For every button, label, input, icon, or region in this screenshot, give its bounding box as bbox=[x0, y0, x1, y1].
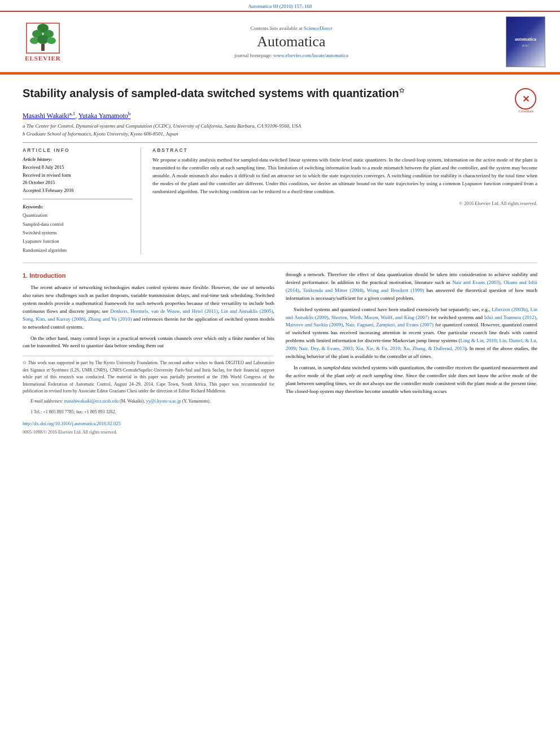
ref-ishii[interactable]: Ishii and Tsumura (2012) bbox=[484, 314, 536, 320]
ref-donkers[interactable]: Donkers, Heemels, van de Wouw, and Hetel… bbox=[110, 308, 218, 314]
keyword-2: Sampled-data control bbox=[23, 220, 133, 229]
keyword-4: Lyapunov function bbox=[23, 237, 133, 246]
crossmark-badge: ✕ CrossMark bbox=[515, 88, 537, 111]
abstract-column: ABSTRACT We propose a stability analysis… bbox=[152, 147, 537, 255]
keyword-1: Quantization bbox=[23, 211, 133, 220]
right-p2: Switched systems and quantized control h… bbox=[286, 306, 537, 361]
crossmark-label: CrossMark bbox=[515, 110, 537, 113]
elsevier-wordmark: ELSEVIER bbox=[25, 55, 61, 62]
journal-title: Automatica bbox=[77, 33, 506, 50]
abstract-text: We propose a stability analysis method f… bbox=[152, 156, 537, 196]
info-divider bbox=[23, 199, 133, 199]
footnote-star: ✩ This work was supported in part by The… bbox=[23, 360, 274, 395]
elsevier-header: ELSEVIER Contents lists available at Sci… bbox=[0, 12, 560, 72]
elsevier-logo: ELSEVIER bbox=[9, 23, 77, 62]
footnote-tel: 1 Tel.: +1 805 893 7785; fax: +1 805 893… bbox=[23, 409, 274, 416]
body-column-right: through a network. Therefore the effect … bbox=[286, 271, 537, 436]
doi-area: http://dx.doi.org/10.1016/j.automatica.2… bbox=[23, 420, 274, 427]
right-p3: In contrast, in sampled-data switched sy… bbox=[286, 364, 537, 396]
body-column-left: 1. Introduction The recent advance of ne… bbox=[23, 271, 274, 436]
ref-tatikonda[interactable]: Tatikonda and Mitter (2004) bbox=[303, 287, 363, 293]
email1-link[interactable]: masahiwakaiki@ece.ucsb.edu bbox=[64, 399, 119, 404]
ref-song[interactable]: Song, Kim, and Karray (2008) bbox=[23, 316, 85, 322]
article-title-block: Stability analysis of sampled-data switc… bbox=[23, 86, 404, 104]
keywords-label: Keywords: bbox=[23, 204, 133, 209]
info-abstract-row: ARTICLE INFO Article history: Received 8… bbox=[23, 147, 537, 255]
main-content: Stability analysis of sampled-data switc… bbox=[0, 75, 560, 448]
ref-shorten[interactable]: Shorten, Wirth, Mason, Wulff, and King (… bbox=[331, 314, 430, 320]
affiliation-a: a The Center for Control, Dynamical-syst… bbox=[23, 123, 537, 130]
intro-p1: The recent advance of networking technol… bbox=[23, 284, 274, 331]
article-history: Received 8 July 2015 Received in revised… bbox=[23, 164, 133, 194]
svg-point-5 bbox=[37, 35, 49, 44]
ref-ling[interactable]: Ling & Lin, 2010 bbox=[460, 338, 496, 343]
body-divider bbox=[23, 263, 537, 263]
accepted-date: Accepted 3 February 2016 bbox=[23, 187, 133, 195]
journal-center-header: Contents lists available at ScienceDirec… bbox=[77, 25, 506, 58]
ref-xia[interactable]: Xia, Xie, & Fu, 2010 bbox=[356, 346, 400, 351]
title-footnote-marker: ✩ bbox=[399, 87, 404, 94]
ref-xu[interactable]: Xu, Zhang, & Dullerud, 2013 bbox=[403, 346, 465, 351]
keywords-list: Quantization Sampled-data control Switch… bbox=[23, 211, 133, 254]
received-revised-label: Received in revised form bbox=[23, 172, 133, 180]
svg-point-6 bbox=[47, 37, 56, 44]
right-p1: through a network. Therefore the effect … bbox=[286, 271, 537, 303]
divider-after-affiliations bbox=[23, 142, 537, 143]
intro-p2: On the other hand, many control loops in… bbox=[23, 335, 274, 351]
author1-link[interactable]: Masashi Wakaikia,1 bbox=[23, 112, 75, 120]
keyword-3: Switched systems bbox=[23, 229, 133, 237]
elsevier-tree-icon bbox=[26, 23, 60, 54]
authors-line: Masashi Wakaikia,1, Yutaka Yamamotob bbox=[23, 111, 537, 120]
ref-nair-fagnani[interactable]: Nair, Fagnani, Zampieri, and Evans (2007… bbox=[345, 322, 434, 327]
footnote-email: E-mail addresses: masahiwakaiki@ece.ucsb… bbox=[23, 398, 274, 405]
email2-link[interactable]: yy@i.kyoto-u.ac.jp bbox=[146, 399, 181, 404]
author2-link[interactable]: Yutaka Yamamotob bbox=[78, 112, 131, 120]
footnote-area: ✩ This work was supported in part by The… bbox=[23, 356, 274, 436]
section1-heading: 1. Introduction bbox=[23, 271, 274, 281]
journal-homepage-line: journal homepage: www.elsevier.com/locat… bbox=[77, 53, 506, 58]
journal-homepage-link[interactable]: www.elsevier.com/locate/automatica bbox=[274, 53, 348, 58]
article-title: Stability analysis of sampled-data switc… bbox=[23, 86, 404, 101]
abstract-copyright: © 2016 Elsevier Ltd. All rights reserved… bbox=[152, 200, 537, 206]
ref-wong[interactable]: Wong and Brockett (1999) bbox=[367, 287, 424, 293]
ref-nair-evans[interactable]: Nair and Evans (2003) bbox=[452, 279, 500, 285]
journal-citation-bar: Automatica 69 (2016) 157–168 bbox=[0, 0, 560, 12]
affiliation-b: b Graduate School of Informatics, Kyoto … bbox=[23, 130, 537, 138]
journal-citation: Automatica 69 (2016) 157–168 bbox=[248, 3, 312, 9]
sciencedirect-line: Contents lists available at ScienceDirec… bbox=[77, 25, 506, 31]
article-info-label: ARTICLE INFO bbox=[23, 147, 133, 153]
journal-cover-image: automatica IFAC bbox=[506, 16, 545, 67]
issn-line: 0005-1098/© 2016 Elsevier Ltd. All right… bbox=[23, 429, 274, 436]
body-two-columns: 1. Introduction The recent advance of ne… bbox=[23, 271, 537, 436]
keyword-5: Randomized algorithm bbox=[23, 246, 133, 255]
abstract-label: ABSTRACT bbox=[152, 147, 537, 153]
ref-liberzon[interactable]: Liberzon (2003b) bbox=[492, 307, 528, 312]
received-revised-date: 26 October 2015 bbox=[23, 179, 133, 187]
crossmark-icon: ✕ bbox=[515, 88, 536, 110]
elsevier-logo-area: ELSEVIER bbox=[9, 23, 77, 62]
ref-matveev[interactable]: Matveev and Savkin (2009) bbox=[286, 322, 343, 327]
article-history-label: Article history: bbox=[23, 156, 133, 162]
journal-cover-area: automatica IFAC bbox=[506, 16, 551, 67]
received-date: Received 8 July 2015 bbox=[23, 164, 133, 172]
doi-link[interactable]: http://dx.doi.org/10.1016/j.automatica.2… bbox=[23, 421, 121, 426]
email-label: E-mail addresses: bbox=[30, 399, 63, 404]
article-info-column: ARTICLE INFO Article history: Received 8… bbox=[23, 147, 141, 255]
sciencedirect-link[interactable]: ScienceDirect bbox=[304, 25, 332, 31]
svg-rect-7 bbox=[41, 44, 45, 51]
ref-nair-dey[interactable]: Nair, Dey, & Evans, 2003 bbox=[299, 346, 352, 351]
affiliations: a The Center for Control, Dynamical-syst… bbox=[23, 123, 537, 138]
title-row: Stability analysis of sampled-data switc… bbox=[23, 86, 537, 111]
ref-lin-antsaklis-2005[interactable]: Lin and Antsaklis (2005) bbox=[221, 308, 273, 314]
ref-zhang[interactable]: Zhang and Yu (2010) bbox=[88, 316, 132, 322]
